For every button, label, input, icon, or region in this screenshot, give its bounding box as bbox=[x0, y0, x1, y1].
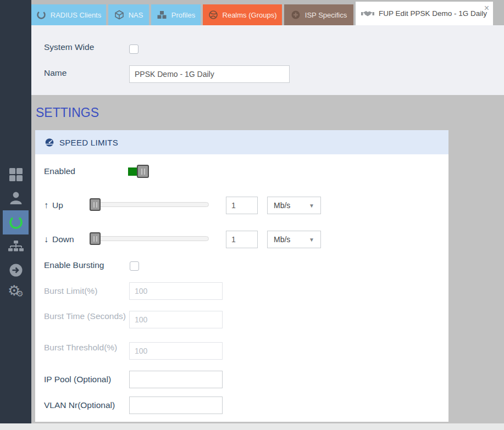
radius-ring-icon bbox=[36, 10, 46, 20]
name-label: Name bbox=[44, 68, 67, 78]
tab-radius-clients[interactable]: RADIUS Clients bbox=[31, 4, 106, 25]
speed-limits-panel: SPEED LIMITS Enabled ↑ Up Mb/s ▼ ↓ Down bbox=[35, 130, 448, 422]
enable-bursting-checkbox[interactable] bbox=[130, 261, 139, 271]
tab-label: ISP Specifics bbox=[305, 11, 347, 19]
cubes-icon bbox=[157, 10, 167, 20]
speed-limits-header: SPEED LIMITS bbox=[35, 130, 448, 154]
plus-circle-icon bbox=[291, 10, 301, 20]
up-slider-handle[interactable] bbox=[90, 198, 101, 211]
tab-fup-edit[interactable]: FUP Edit PPSK Demo - 1G Daily × bbox=[356, 2, 493, 25]
down-unit-select[interactable]: Mb/s ▼ bbox=[267, 231, 321, 248]
sidebar: ⚙⚙ bbox=[0, 0, 31, 423]
speed-limits-title: SPEED LIMITS bbox=[59, 138, 118, 147]
sidebar-item-settings[interactable]: ⚙⚙ bbox=[0, 283, 31, 298]
burst-threshold-input bbox=[129, 342, 223, 360]
tab-profiles[interactable]: Profiles bbox=[151, 4, 201, 25]
close-icon[interactable]: × bbox=[484, 4, 489, 13]
ip-pool-label: IP Pool (Optional) bbox=[44, 375, 132, 384]
name-input[interactable] bbox=[129, 65, 290, 83]
system-wide-label: System Wide bbox=[44, 42, 94, 52]
up-value-input[interactable] bbox=[226, 197, 258, 214]
arrow-up-icon: ↑ bbox=[44, 200, 48, 210]
speedometer-icon bbox=[45, 137, 54, 147]
tab-nas[interactable]: NAS bbox=[108, 4, 149, 25]
burst-time-label: Burst Time (Seconds) bbox=[44, 311, 126, 321]
sidebar-item-radius[interactable] bbox=[3, 210, 29, 234]
chevron-down-icon: ▼ bbox=[309, 203, 314, 209]
realm-form-section: System Wide Name bbox=[31, 25, 504, 95]
burst-time-input bbox=[129, 311, 223, 328]
tab-label: Profiles bbox=[171, 11, 195, 19]
gear-small-icon: ⚙ bbox=[16, 289, 23, 298]
handshake-icon bbox=[361, 9, 374, 18]
ring-icon bbox=[8, 215, 24, 230]
main-content: System Wide Name SETTINGS SPEED LIMITS E… bbox=[31, 25, 504, 430]
down-slider-handle[interactable] bbox=[90, 232, 101, 245]
down-label: ↓ Down bbox=[44, 234, 74, 244]
arrow-circle-icon bbox=[9, 263, 23, 277]
tab-label: RADIUS Clients bbox=[51, 11, 101, 19]
vlan-input[interactable] bbox=[129, 397, 223, 414]
tab-realms-groups[interactable]: Realms (Groups) bbox=[203, 4, 282, 25]
ip-pool-input[interactable] bbox=[129, 371, 223, 388]
settings-heading: SETTINGS bbox=[36, 105, 99, 120]
sitemap-icon bbox=[8, 240, 24, 253]
grid-icon bbox=[9, 167, 23, 182]
burst-threshold-label: Burst Threshold(%) bbox=[44, 343, 126, 353]
sidebar-item-network[interactable] bbox=[0, 240, 31, 253]
burst-limit-input bbox=[129, 282, 223, 300]
enabled-label: Enabled bbox=[44, 166, 75, 176]
tab-label: NAS bbox=[129, 11, 143, 19]
enabled-toggle[interactable] bbox=[128, 165, 149, 178]
tab-bar: RADIUS Clients NAS Profiles bbox=[31, 0, 504, 25]
down-value-input[interactable] bbox=[226, 231, 258, 248]
tab-label: FUP Edit PPSK Demo - 1G Daily bbox=[379, 9, 487, 18]
sidebar-item-dashboard[interactable] bbox=[0, 167, 31, 182]
enable-bursting-label: Enable Bursting bbox=[44, 260, 104, 270]
ball-icon bbox=[208, 10, 218, 20]
up-unit-select[interactable]: Mb/s ▼ bbox=[267, 197, 321, 214]
up-slider[interactable] bbox=[90, 202, 209, 207]
arrow-down-icon: ↓ bbox=[44, 234, 48, 244]
cube-icon bbox=[114, 10, 124, 20]
tab-label: Realms (Groups) bbox=[223, 11, 277, 19]
up-label: ↑ Up bbox=[44, 200, 63, 210]
sidebar-item-sign-in[interactable] bbox=[0, 263, 31, 277]
vlan-label: VLAN Nr(Optional) bbox=[44, 400, 137, 410]
toggle-handle[interactable] bbox=[137, 165, 149, 178]
chevron-down-icon: ▼ bbox=[309, 237, 314, 243]
tab-isp-specifics[interactable]: ISP Specifics bbox=[284, 4, 353, 25]
bottom-strip bbox=[0, 423, 504, 430]
burst-limit-label: Burst Limit(%) bbox=[44, 286, 126, 296]
user-icon bbox=[8, 191, 24, 205]
down-slider[interactable] bbox=[90, 236, 209, 241]
system-wide-checkbox[interactable] bbox=[129, 44, 139, 54]
sidebar-item-users[interactable] bbox=[0, 191, 31, 205]
